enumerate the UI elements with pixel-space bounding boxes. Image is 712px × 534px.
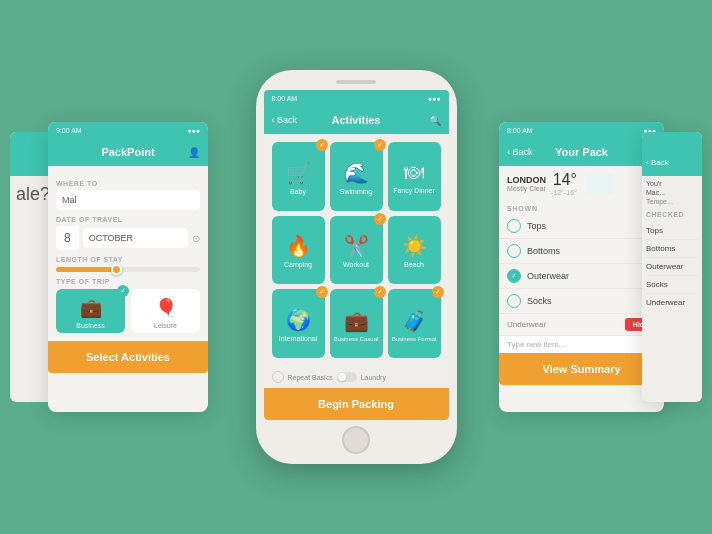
pack-title: Your Pack [555,146,608,158]
activities-title: Activities [332,114,381,126]
camping-icon: 🔥 [286,234,311,258]
pack-item-outerwear: ✓ Outerwear 1 [499,264,664,289]
activities-status-bar: 8:00 AM ●●● [264,90,449,106]
shown-section-label: SHOWN [499,201,664,214]
scene: ale? 9:00 AM ●●● PackPoint 👤 WHERE TO Ma… [0,0,712,534]
workout-label: Workout [343,261,369,268]
phone-shell: 8:00 AM ●●● ‹ Back Activities 🔍 ✓ [256,70,457,464]
business-label: Business [76,322,104,329]
repeat-check[interactable] [272,371,284,383]
chevron-icon: ⊙ [192,233,200,244]
international-label: International [279,335,318,342]
weather-status: Mostly Clear [507,185,546,192]
laundry-label: Laundry [361,374,386,381]
stay-handle[interactable] [111,264,122,275]
leisure-icon: 🎈 [155,297,177,319]
activity-beach[interactable]: ☀️ Beach [388,216,441,285]
activities-grid: ✓ 🛒 Baby ✓ 🌊 Swimming 🍽 [264,134,449,366]
activity-baby[interactable]: ✓ 🛒 Baby [272,142,325,211]
fancy-dinner-icon: 🍽 [404,161,424,184]
business-check: ✓ [117,285,129,297]
outerwear-check[interactable]: ✓ [507,269,521,283]
workout-check: ✓ [374,213,386,225]
activities-status-time: 8:00 AM [272,95,298,102]
begin-packing-button[interactable]: Begin Packing [264,388,449,420]
activity-fancy-dinner[interactable]: 🍽 Fancy Dinner [388,142,441,211]
temp-info: 14° -12°-16° [551,171,577,196]
activity-workout[interactable]: ✓ ✂️ Workout [330,216,383,285]
business-casual-icon: 💼 [344,309,369,333]
workout-icon: ✂️ [344,234,369,258]
socks-check[interactable] [507,294,521,308]
business-icon: 💼 [80,297,102,319]
search-icon-2[interactable]: 🔍 [429,115,441,126]
home-button[interactable] [342,426,370,454]
beach-label: Beach [404,261,424,268]
repeat-label: Repeat Basics [288,374,333,381]
stay-label: LENGTH OF STAY [56,256,200,263]
new-item-input[interactable]: Type new item... [499,335,664,353]
date-row: 8 OCTOBER ⊙ [56,226,200,250]
swimming-check: ✓ [374,139,386,151]
activity-business-formal[interactable]: ✓ 🧳 Business Formal [388,289,441,358]
trip-types-row: ✓ 💼 Business 🎈 Leisure [56,289,200,333]
hide-row: Underwear Hide [499,314,664,335]
business-formal-label: Business Formal [392,336,437,342]
date-label: DATE OF TRAVEL [56,216,200,223]
city-name: LONDON [507,175,546,185]
pack-subheader: LONDON Mostly Clear 14° -12°-16° [499,166,664,201]
trip-type-leisure[interactable]: 🎈 Leisure [131,289,200,333]
beach-icon: ☀️ [402,234,427,258]
tops-check[interactable] [507,219,521,233]
activity-business-casual[interactable]: ✓ 💼 Business Casual [330,289,383,358]
activity-swimming[interactable]: ✓ 🌊 Swimming [330,142,383,211]
business-formal-check: ✓ [432,286,444,298]
camping-label: Camping [284,261,312,268]
activity-camping[interactable]: 🔥 Camping [272,216,325,285]
bottoms-check[interactable] [507,244,521,258]
temp-range: -12°-16° [551,189,577,196]
weather-icon [587,174,615,194]
pack-items-list: Tops 4 Bottoms 2 ✓ Outerwear 1 Socks 3 [499,214,664,314]
temperature: 14° [551,171,577,189]
pack-item-tops: Tops 4 [499,214,664,239]
activities-screen: 8:00 AM ●●● ‹ Back Activities 🔍 ✓ [264,90,449,420]
trip-type-business[interactable]: ✓ 💼 Business [56,289,125,333]
view-summary-button[interactable]: View Summary [499,353,664,385]
select-activities-button[interactable]: Select Activities [48,341,208,373]
partial-right-content: You'r Mac... Tempe... CHECKED Tops Botto… [642,176,702,315]
international-icon: 🌍 [286,308,311,332]
swimming-label: Swimming [340,188,372,195]
stay-fill [56,267,114,272]
pack-status-time: 8:00 AM [507,127,533,134]
pack-item-bottoms: Bottoms 2 [499,239,664,264]
toggle-dot [338,373,346,381]
activities-header: ‹ Back Activities 🔍 [264,106,449,134]
packpoint-header: PackPoint 👤 [48,138,208,166]
business-casual-label: Business Casual [334,336,379,342]
user-icon: 👤 [188,147,200,158]
packpoint-screen: 9:00 AM ●●● PackPoint 👤 WHERE TO Mal DAT… [48,122,208,412]
activity-international[interactable]: ✓ 🌍 International [272,289,325,358]
location-info: LONDON Mostly Clear [507,175,546,192]
back-button-3[interactable]: ‹ Back [507,147,533,157]
baby-icon: 🛒 [286,161,311,185]
date-month: OCTOBER [83,228,188,248]
pack-status-bar: 8:00 AM ●●● [499,122,664,138]
swimming-icon: 🌊 [344,161,369,185]
back-button-2[interactable]: ‹ Back [272,115,298,125]
baby-check: ✓ [316,139,328,151]
leisure-label: Leisure [154,322,177,329]
status-time-1: 9:00 AM [56,127,82,134]
phone-screen: 8:00 AM ●●● ‹ Back Activities 🔍 ✓ [264,90,449,420]
where-input[interactable]: Mal [56,190,200,210]
bottoms-label: Bottoms [527,246,636,256]
pack-header: ‹ Back Your Pack ≡ [499,138,664,166]
trip-type-label: TYPE OF TRIP [56,278,200,285]
center-phone: 8:00 AM ●●● ‹ Back Activities 🔍 ✓ [256,70,457,464]
business-casual-check: ✓ [374,286,386,298]
date-day: 8 [56,226,79,250]
tops-label: Tops [527,221,636,231]
hidden-item-label: Underwear [507,320,619,329]
laundry-toggle[interactable] [337,372,357,382]
